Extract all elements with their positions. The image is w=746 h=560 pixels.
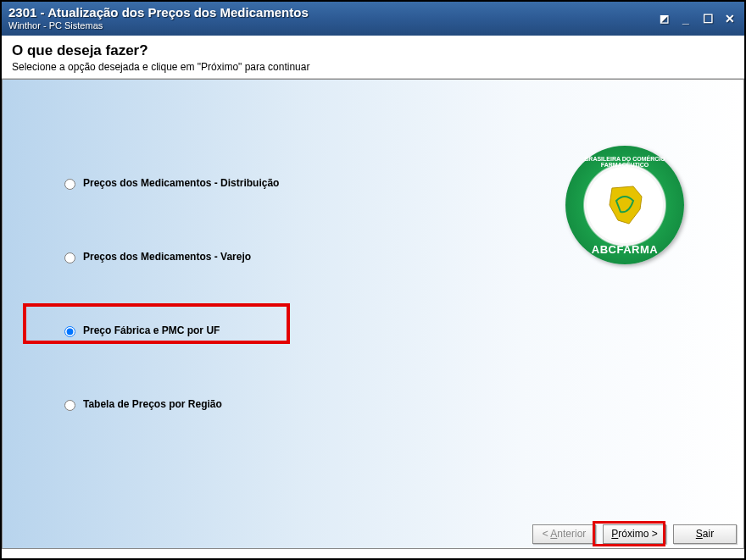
window-title: 2301 - Atualização dos Preços dos Medica…: [8, 5, 656, 20]
logo-bottom-text: ABCFARMA: [592, 243, 658, 256]
minimize-icon[interactable]: _: [678, 12, 693, 25]
radio-option-varejo[interactable]: Preços dos Medicamentos - Varejo: [53, 247, 286, 267]
radio-input[interactable]: [64, 179, 75, 190]
header-area: O que deseja fazer? Selecione a opção de…: [2, 36, 744, 79]
abcfarma-logo: BRASILEIRA DO COMÉRCIO FARMACÊUTICO ABCF…: [565, 146, 684, 264]
window-controls: ◩ _ ☐ ✕: [656, 12, 738, 25]
content-area: Preços dos Medicamentos - Distribuição P…: [2, 79, 744, 549]
previous-button: < Anterior: [532, 524, 596, 544]
radio-option-preco-fabrica-pmc-uf[interactable]: Preço Fábrica e PMC por UF: [53, 320, 286, 341]
window-subtitle: Winthor - PC Sistemas: [8, 20, 656, 31]
logo-inner: [587, 167, 663, 243]
next-button[interactable]: Próximo >: [603, 524, 666, 544]
title-bar: 2301 - Atualização dos Preços dos Medica…: [2, 2, 744, 36]
radio-label: Preços dos Medicamentos - Varejo: [83, 251, 251, 263]
options-group: Preços dos Medicamentos - Distribuição P…: [53, 173, 286, 414]
radio-input[interactable]: [64, 326, 75, 337]
radio-label: Preço Fábrica e PMC por UF: [83, 324, 220, 336]
logo-top-text: BRASILEIRA DO COMÉRCIO FARMACÊUTICO: [574, 156, 676, 168]
page-title: O que deseja fazer?: [12, 42, 734, 59]
maximize-icon[interactable]: ☐: [700, 12, 715, 25]
radio-input[interactable]: [64, 252, 75, 263]
exit-button[interactable]: Sair: [673, 524, 737, 544]
page-instruction: Selecione a opção desejada e clique em "…: [12, 61, 734, 73]
title-bar-text: 2301 - Atualização dos Preços dos Medica…: [8, 5, 656, 31]
radio-label: Tabela de Preços por Região: [83, 398, 222, 410]
radio-input[interactable]: [64, 400, 75, 411]
radio-label: Preços dos Medicamentos - Distribuição: [83, 177, 279, 189]
radio-option-tabela-regiao[interactable]: Tabela de Preços por Região: [53, 394, 286, 414]
close-icon[interactable]: ✕: [722, 12, 738, 25]
radio-option-distribuicao[interactable]: Preços dos Medicamentos - Distribuição: [53, 173, 286, 193]
footer-bar: < Anterior Próximo > Sair: [6, 521, 740, 546]
window-expand-icon[interactable]: ◩: [656, 13, 671, 25]
brazil-map-icon: [599, 180, 650, 230]
